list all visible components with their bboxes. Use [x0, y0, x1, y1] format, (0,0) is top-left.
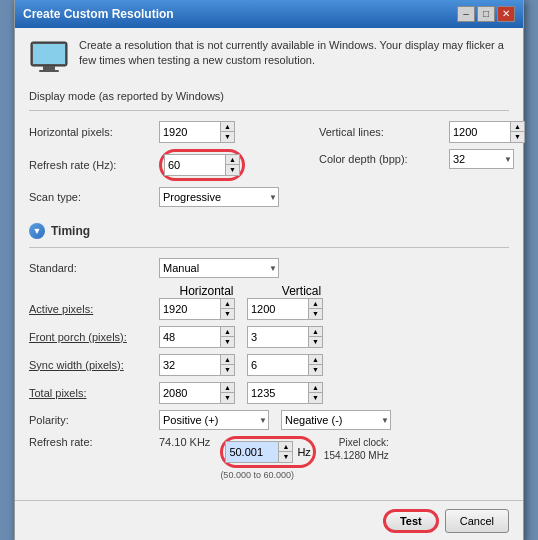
right-col: Vertical lines: ▲ ▼ Color depth (bpp): — [319, 121, 525, 213]
sync-v-spinbox[interactable]: ▲ ▼ — [247, 354, 323, 376]
total-pixels-row: Total pixels: ▲ ▼ ▲ ▼ — [29, 382, 509, 404]
active-h-spinbox[interactable]: ▲ ▼ — [159, 298, 235, 320]
front-h-spin-buttons[interactable]: ▲ ▼ — [220, 327, 234, 347]
front-h-down[interactable]: ▼ — [221, 337, 234, 347]
horizontal-pixels-down[interactable]: ▼ — [221, 132, 234, 142]
total-h-spinbox[interactable]: ▲ ▼ — [159, 382, 235, 404]
active-h-spin-buttons[interactable]: ▲ ▼ — [220, 299, 234, 319]
total-h-input[interactable] — [160, 383, 220, 403]
total-h-down[interactable]: ▼ — [221, 393, 234, 403]
total-v-spin-buttons[interactable]: ▲ ▼ — [308, 383, 322, 403]
active-v-input[interactable] — [248, 299, 308, 319]
front-v-spinbox[interactable]: ▲ ▼ — [247, 326, 323, 348]
standard-select[interactable]: Manual — [159, 258, 279, 278]
hz-section: ▲ ▼ Hz (50.000 to 60.000) — [220, 436, 315, 480]
horizontal-pixels-spinbox[interactable]: ▲ ▼ — [159, 121, 235, 143]
front-v-spin-buttons[interactable]: ▲ ▼ — [308, 327, 322, 347]
hz-input[interactable] — [226, 442, 278, 462]
scan-type-label: Scan type: — [29, 191, 159, 203]
active-pixels-row: Active pixels: ▲ ▼ ▲ ▼ — [29, 298, 509, 320]
refresh-rate-up[interactable]: ▲ — [226, 155, 239, 166]
vertical-lines-down[interactable]: ▼ — [511, 132, 524, 142]
front-porch-row: Front porch (pixels): ▲ ▼ ▲ ▼ — [29, 326, 509, 348]
total-v-input[interactable] — [248, 383, 308, 403]
cancel-button[interactable]: Cancel — [445, 509, 509, 533]
horizontal-col-header: Horizontal — [159, 284, 254, 298]
sync-h-spinbox[interactable]: ▲ ▼ — [159, 354, 235, 376]
front-h-spinbox[interactable]: ▲ ▼ — [159, 326, 235, 348]
active-v-spin-buttons[interactable]: ▲ ▼ — [308, 299, 322, 319]
vertical-lines-spin-buttons[interactable]: ▲ ▼ — [510, 122, 524, 142]
monitor-icon — [29, 38, 69, 78]
sync-v-spin-buttons[interactable]: ▲ ▼ — [308, 355, 322, 375]
total-h-spin-buttons[interactable]: ▲ ▼ — [220, 383, 234, 403]
refresh-rate-spin-buttons[interactable]: ▲ ▼ — [225, 155, 239, 175]
horizontal-pixels-up[interactable]: ▲ — [221, 122, 234, 133]
sync-v-up[interactable]: ▲ — [309, 355, 322, 366]
total-v-up[interactable]: ▲ — [309, 383, 322, 394]
horizontal-col-label: Horizontal — [179, 284, 233, 298]
hz-note: (50.000 to 60.000) — [220, 470, 315, 480]
sync-h-spin-buttons[interactable]: ▲ ▼ — [220, 355, 234, 375]
row-labels-col — [29, 284, 159, 298]
refresh-rate-down[interactable]: ▼ — [226, 165, 239, 175]
refresh-rate-label: Refresh rate (Hz): — [29, 159, 159, 171]
total-v-down[interactable]: ▼ — [309, 393, 322, 403]
polarity-v-select[interactable]: Positive (+) Negative (-) — [281, 410, 391, 430]
color-depth-dropdown-wrapper: 8 16 32 ▼ — [449, 149, 514, 169]
create-custom-resolution-dialog: Create Custom Resolution – □ ✕ Create a … — [14, 0, 524, 540]
front-h-input[interactable] — [160, 327, 220, 347]
sync-h-down[interactable]: ▼ — [221, 365, 234, 375]
polarity-label: Polarity: — [29, 414, 159, 426]
horizontal-pixels-spin-buttons[interactable]: ▲ ▼ — [220, 122, 234, 142]
front-v-input[interactable] — [248, 327, 308, 347]
hz-up[interactable]: ▲ — [279, 442, 292, 453]
hz-spinbox[interactable]: ▲ ▼ — [225, 441, 293, 463]
title-bar-buttons: – □ ✕ — [457, 6, 515, 22]
sync-v-input[interactable] — [248, 355, 308, 375]
refresh-rate-input[interactable] — [165, 155, 225, 175]
horizontal-pixels-input[interactable] — [160, 122, 220, 142]
sync-h-input[interactable] — [160, 355, 220, 375]
maximize-button[interactable]: □ — [477, 6, 495, 22]
active-v-down[interactable]: ▼ — [309, 309, 322, 319]
scan-type-dropdown-wrapper: Progressive Interlaced ▼ — [159, 187, 279, 207]
active-v-up[interactable]: ▲ — [309, 299, 322, 310]
timing-expand-button[interactable]: ▼ — [29, 223, 45, 239]
minimize-button[interactable]: – — [457, 6, 475, 22]
active-h-up[interactable]: ▲ — [221, 299, 234, 310]
front-v-down[interactable]: ▼ — [309, 337, 322, 347]
refresh-rate-spinbox[interactable]: ▲ ▼ — [164, 154, 240, 176]
left-col: Horizontal pixels: ▲ ▼ Refresh rate (Hz)… — [29, 121, 279, 213]
vertical-lines-input[interactable] — [450, 122, 510, 142]
sync-h-up[interactable]: ▲ — [221, 355, 234, 366]
active-v-spinbox[interactable]: ▲ ▼ — [247, 298, 323, 320]
color-depth-select[interactable]: 8 16 32 — [449, 149, 514, 169]
test-button[interactable]: Test — [383, 509, 439, 533]
active-h-input[interactable] — [160, 299, 220, 319]
timing-title: Timing — [51, 224, 90, 238]
active-h-down[interactable]: ▼ — [221, 309, 234, 319]
polarity-h-select[interactable]: Positive (+) Negative (-) — [159, 410, 269, 430]
hz-down[interactable]: ▼ — [279, 452, 292, 462]
svg-rect-1 — [33, 44, 65, 64]
vertical-col-label: Vertical — [282, 284, 321, 298]
front-h-up[interactable]: ▲ — [221, 327, 234, 338]
vertical-lines-spinbox[interactable]: ▲ ▼ — [449, 121, 525, 143]
sync-width-label: Sync width (pixels): — [29, 359, 159, 371]
pixel-clock-section: Pixel clock: 154.1280 MHz — [324, 436, 389, 462]
total-pixels-label: Total pixels: — [29, 387, 159, 399]
vertical-lines-up[interactable]: ▲ — [511, 122, 524, 133]
total-h-up[interactable]: ▲ — [221, 383, 234, 394]
total-v-spinbox[interactable]: ▲ ▼ — [247, 382, 323, 404]
active-pixels-label: Active pixels: — [29, 303, 159, 315]
display-mode-label: Display mode (as reported by Windows) — [29, 90, 509, 102]
hz-spin-buttons[interactable]: ▲ ▼ — [278, 442, 292, 462]
front-v-up[interactable]: ▲ — [309, 327, 322, 338]
polarity-h-dropdown-wrapper: Positive (+) Negative (-) ▼ — [159, 410, 269, 430]
color-depth-row: Color depth (bpp): 8 16 32 ▼ — [319, 149, 525, 169]
refresh-rate-timing-value: 74.10 KHz — [159, 436, 210, 448]
close-button[interactable]: ✕ — [497, 6, 515, 22]
scan-type-select[interactable]: Progressive Interlaced — [159, 187, 279, 207]
sync-v-down[interactable]: ▼ — [309, 365, 322, 375]
